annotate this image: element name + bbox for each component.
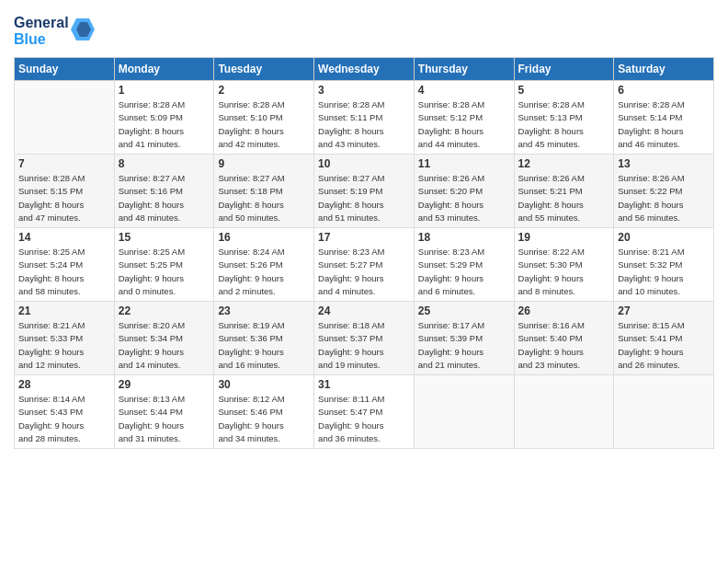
day-number: 24 xyxy=(318,304,410,317)
weekday-header-monday: Monday xyxy=(114,58,214,81)
day-info: Sunrise: 8:27 AMSunset: 5:18 PMDaylight:… xyxy=(218,172,310,224)
weekday-header-sunday: Sunday xyxy=(15,58,115,81)
calendar-cell: 17Sunrise: 8:23 AMSunset: 5:27 PMDayligh… xyxy=(314,228,415,302)
day-info: Sunrise: 8:21 AMSunset: 5:32 PMDaylight:… xyxy=(618,246,710,298)
calendar-cell xyxy=(614,375,714,449)
day-number: 28 xyxy=(18,378,110,391)
day-info: Sunrise: 8:20 AMSunset: 5:34 PMDaylight:… xyxy=(119,319,210,372)
weekday-header-friday: Friday xyxy=(514,58,614,81)
calendar-cell: 16Sunrise: 8:24 AMSunset: 5:26 PMDayligh… xyxy=(214,228,314,302)
calendar-cell: 14Sunrise: 8:25 AMSunset: 5:24 PMDayligh… xyxy=(15,228,115,302)
day-number: 6 xyxy=(618,84,710,97)
weekday-header-tuesday: Tuesday xyxy=(214,58,314,81)
day-number: 23 xyxy=(218,304,310,317)
day-number: 14 xyxy=(18,231,110,244)
calendar-cell: 26Sunrise: 8:16 AMSunset: 5:40 PMDayligh… xyxy=(514,302,614,375)
calendar-cell: 28Sunrise: 8:14 AMSunset: 5:43 PMDayligh… xyxy=(15,375,115,449)
weekday-header-row: SundayMondayTuesdayWednesdayThursdayFrid… xyxy=(15,58,714,81)
calendar-cell: 6Sunrise: 8:28 AMSunset: 5:14 PMDaylight… xyxy=(614,81,714,155)
calendar-cell: 13Sunrise: 8:26 AMSunset: 5:22 PMDayligh… xyxy=(614,155,714,228)
calendar-cell: 30Sunrise: 8:12 AMSunset: 5:46 PMDayligh… xyxy=(214,375,314,449)
day-number: 21 xyxy=(18,304,110,317)
day-info: Sunrise: 8:25 AMSunset: 5:25 PMDaylight:… xyxy=(119,246,210,298)
calendar-cell: 3Sunrise: 8:28 AMSunset: 5:11 PMDaylight… xyxy=(314,81,415,155)
logo-svg: General Blue xyxy=(14,9,97,50)
day-info: Sunrise: 8:12 AMSunset: 5:46 PMDaylight:… xyxy=(218,393,310,445)
calendar-cell: 4Sunrise: 8:28 AMSunset: 5:12 PMDaylight… xyxy=(414,81,514,155)
week-row-5: 28Sunrise: 8:14 AMSunset: 5:43 PMDayligh… xyxy=(15,375,714,449)
day-info: Sunrise: 8:26 AMSunset: 5:20 PMDaylight:… xyxy=(418,172,510,224)
day-number: 19 xyxy=(518,231,610,244)
day-number: 31 xyxy=(318,378,410,391)
calendar-cell: 21Sunrise: 8:21 AMSunset: 5:33 PMDayligh… xyxy=(15,302,115,375)
day-number: 15 xyxy=(119,231,210,244)
week-row-2: 7Sunrise: 8:28 AMSunset: 5:15 PMDaylight… xyxy=(15,155,714,228)
day-number: 30 xyxy=(218,378,310,391)
day-info: Sunrise: 8:24 AMSunset: 5:26 PMDaylight:… xyxy=(218,246,310,298)
calendar-cell: 1Sunrise: 8:28 AMSunset: 5:09 PMDaylight… xyxy=(114,81,214,155)
calendar-cell: 19Sunrise: 8:22 AMSunset: 5:30 PMDayligh… xyxy=(514,228,614,302)
day-info: Sunrise: 8:18 AMSunset: 5:37 PMDaylight:… xyxy=(318,319,410,372)
day-info: Sunrise: 8:28 AMSunset: 5:12 PMDaylight:… xyxy=(418,98,510,151)
calendar-cell xyxy=(15,81,115,155)
day-info: Sunrise: 8:28 AMSunset: 5:09 PMDaylight:… xyxy=(119,98,210,151)
day-info: Sunrise: 8:16 AMSunset: 5:40 PMDaylight:… xyxy=(518,319,610,372)
calendar-cell: 18Sunrise: 8:23 AMSunset: 5:29 PMDayligh… xyxy=(414,228,514,302)
day-info: Sunrise: 8:28 AMSunset: 5:14 PMDaylight:… xyxy=(618,98,710,151)
day-info: Sunrise: 8:11 AMSunset: 5:47 PMDaylight:… xyxy=(318,393,410,445)
day-number: 5 xyxy=(518,84,610,97)
calendar-page: General Blue SundayMondayTuesdayWednesda… xyxy=(0,0,728,563)
week-row-3: 14Sunrise: 8:25 AMSunset: 5:24 PMDayligh… xyxy=(15,228,714,302)
calendar-cell: 9Sunrise: 8:27 AMSunset: 5:18 PMDaylight… xyxy=(214,155,314,228)
calendar-table: SundayMondayTuesdayWednesdayThursdayFrid… xyxy=(14,57,714,449)
day-info: Sunrise: 8:28 AMSunset: 5:13 PMDaylight:… xyxy=(518,98,610,151)
week-row-1: 1Sunrise: 8:28 AMSunset: 5:09 PMDaylight… xyxy=(15,81,714,155)
day-number: 8 xyxy=(119,157,210,170)
day-info: Sunrise: 8:26 AMSunset: 5:21 PMDaylight:… xyxy=(518,172,610,224)
day-number: 12 xyxy=(518,157,610,170)
day-info: Sunrise: 8:13 AMSunset: 5:44 PMDaylight:… xyxy=(119,393,210,445)
day-info: Sunrise: 8:15 AMSunset: 5:41 PMDaylight:… xyxy=(618,319,710,372)
day-info: Sunrise: 8:19 AMSunset: 5:36 PMDaylight:… xyxy=(218,319,310,372)
calendar-cell: 15Sunrise: 8:25 AMSunset: 5:25 PMDayligh… xyxy=(114,228,214,302)
day-number: 2 xyxy=(218,84,310,97)
day-info: Sunrise: 8:27 AMSunset: 5:19 PMDaylight:… xyxy=(318,172,410,224)
day-number: 16 xyxy=(218,231,310,244)
day-info: Sunrise: 8:17 AMSunset: 5:39 PMDaylight:… xyxy=(418,319,510,372)
calendar-cell: 29Sunrise: 8:13 AMSunset: 5:44 PMDayligh… xyxy=(114,375,214,449)
weekday-header-wednesday: Wednesday xyxy=(314,58,415,81)
calendar-cell: 25Sunrise: 8:17 AMSunset: 5:39 PMDayligh… xyxy=(414,302,514,375)
day-number: 29 xyxy=(119,378,210,391)
day-number: 3 xyxy=(318,84,410,97)
calendar-cell xyxy=(414,375,514,449)
day-number: 26 xyxy=(518,304,610,317)
day-info: Sunrise: 8:28 AMSunset: 5:15 PMDaylight:… xyxy=(18,172,110,224)
day-number: 25 xyxy=(418,304,510,317)
calendar-cell: 23Sunrise: 8:19 AMSunset: 5:36 PMDayligh… xyxy=(214,302,314,375)
day-number: 1 xyxy=(119,84,210,97)
calendar-cell: 8Sunrise: 8:27 AMSunset: 5:16 PMDaylight… xyxy=(114,155,214,228)
calendar-cell: 20Sunrise: 8:21 AMSunset: 5:32 PMDayligh… xyxy=(614,228,714,302)
day-number: 10 xyxy=(318,157,410,170)
calendar-cell: 11Sunrise: 8:26 AMSunset: 5:20 PMDayligh… xyxy=(414,155,514,228)
day-info: Sunrise: 8:14 AMSunset: 5:43 PMDaylight:… xyxy=(18,393,110,445)
weekday-header-thursday: Thursday xyxy=(414,58,514,81)
logo: General Blue xyxy=(14,9,97,50)
day-info: Sunrise: 8:28 AMSunset: 5:10 PMDaylight:… xyxy=(218,98,310,151)
calendar-cell: 27Sunrise: 8:15 AMSunset: 5:41 PMDayligh… xyxy=(614,302,714,375)
day-info: Sunrise: 8:22 AMSunset: 5:30 PMDaylight:… xyxy=(518,246,610,298)
calendar-cell: 22Sunrise: 8:20 AMSunset: 5:34 PMDayligh… xyxy=(114,302,214,375)
calendar-cell: 7Sunrise: 8:28 AMSunset: 5:15 PMDaylight… xyxy=(15,155,115,228)
calendar-cell xyxy=(514,375,614,449)
day-number: 27 xyxy=(618,304,710,317)
day-number: 7 xyxy=(18,157,110,170)
svg-text:General: General xyxy=(14,15,69,30)
calendar-cell: 10Sunrise: 8:27 AMSunset: 5:19 PMDayligh… xyxy=(314,155,415,228)
calendar-cell: 31Sunrise: 8:11 AMSunset: 5:47 PMDayligh… xyxy=(314,375,415,449)
weekday-header-saturday: Saturday xyxy=(614,58,714,81)
day-number: 4 xyxy=(418,84,510,97)
day-info: Sunrise: 8:26 AMSunset: 5:22 PMDaylight:… xyxy=(618,172,710,224)
day-number: 20 xyxy=(618,231,710,244)
page-header: General Blue xyxy=(14,9,714,50)
day-info: Sunrise: 8:25 AMSunset: 5:24 PMDaylight:… xyxy=(18,246,110,298)
